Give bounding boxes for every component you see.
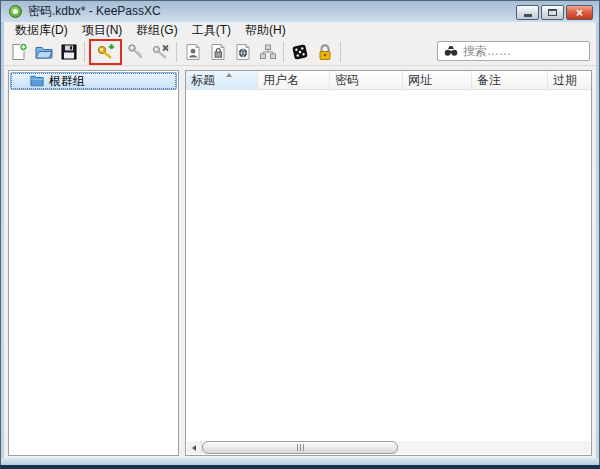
dice-icon [290,42,310,62]
keepassxc-logo-icon [9,5,22,18]
column-header-title[interactable]: 标题 [186,71,258,89]
menu-tools[interactable]: 工具(T) [185,21,238,40]
lock-page-icon [208,42,228,62]
delete-entry-button[interactable] [148,40,173,64]
search-input[interactable] [463,44,575,58]
column-header-label: 标题 [191,73,215,87]
toolbar-separator [340,42,341,62]
scroll-left-button[interactable] [187,441,201,454]
group-label: 根群组 [49,73,85,90]
auto-type-button[interactable] [255,40,280,64]
toolbar-separator [176,42,177,62]
hierarchy-icon [258,42,278,62]
scrollbar-thumb[interactable] [202,441,398,454]
column-header-label: 过期 [553,73,577,87]
column-header-password[interactable]: 密码 [330,71,403,89]
edit-entry-button[interactable] [123,40,148,64]
horizontal-scrollbar[interactable] [187,441,590,454]
menu-groups[interactable]: 群组(G) [129,21,184,40]
toolbar-separator [84,42,85,62]
minimize-button[interactable] [516,5,539,20]
folder-open-icon [34,42,54,62]
thumb-grip [300,444,301,451]
lock-database-button[interactable] [312,40,337,64]
column-header-expires[interactable]: 过期 [548,71,591,89]
window-title: 密码.kdbx* - KeePassXC [28,3,161,20]
copy-url-button[interactable] [230,40,255,64]
padlock-icon [315,42,335,62]
key-icon [126,42,146,62]
window-bottom-border [1,458,599,465]
thumb-grip [297,444,298,451]
window-bottom-edge [0,465,600,469]
thumb-grip [303,444,304,451]
file-plus-icon [9,42,29,62]
search-box[interactable] [437,41,590,61]
copy-username-button[interactable] [180,40,205,64]
menu-entries[interactable]: 项目(N) [75,21,130,40]
scrollbar-track[interactable] [201,441,590,454]
table-header-row: 标题 用户名 密码 网址 备注 过期 [186,71,591,90]
red-highlight-box [89,39,122,65]
close-button[interactable]: × [566,5,593,20]
search-binoculars-icon [443,43,459,59]
sort-ascending-icon [226,73,232,77]
new-database-button[interactable] [6,40,31,64]
save-database-button[interactable] [56,40,81,64]
minimize-icon [524,14,532,17]
titlebar[interactable]: 密码.kdbx* - KeePassXC × [1,1,599,22]
open-database-button[interactable] [31,40,56,64]
password-generator-button[interactable] [287,40,312,64]
add-entry-button[interactable] [93,40,118,64]
menubar: 数据库(D) 项目(N) 群组(G) 工具(T) 帮助(H) [4,22,596,38]
toolbar [4,38,596,66]
app-window: 密码.kdbx* - KeePassXC × 数据库(D) 项目(N) 群组(G… [0,0,600,469]
folder-icon [30,75,44,87]
arrow-left-icon [192,445,196,451]
menu-help[interactable]: 帮助(H) [238,21,293,40]
maximize-button[interactable] [541,5,564,20]
globe-page-icon [233,42,253,62]
caption-buttons: × [516,5,593,20]
close-icon: × [576,7,583,19]
column-header-notes[interactable]: 备注 [472,71,548,89]
maximize-icon [548,9,557,16]
entry-table-panel: 标题 用户名 密码 网址 备注 过期 [185,70,592,456]
key-plus-icon [96,42,116,62]
user-page-icon [183,42,203,62]
group-tree-panel: 根群组 [8,70,179,456]
copy-password-button[interactable] [205,40,230,64]
key-x-icon [151,42,171,62]
column-header-label: 密码 [335,73,359,87]
column-header-label: 网址 [408,73,432,87]
column-header-username[interactable]: 用户名 [258,71,330,89]
client-area: 数据库(D) 项目(N) 群组(G) 工具(T) 帮助(H) [4,22,596,458]
column-header-label: 备注 [477,73,501,87]
menu-database[interactable]: 数据库(D) [8,21,75,40]
column-header-label: 用户名 [263,73,299,87]
sidebar-item-root-group[interactable]: 根群组 [10,72,177,90]
floppy-disk-icon [59,42,79,62]
toolbar-separator [283,42,284,62]
column-header-url[interactable]: 网址 [403,71,472,89]
entry-table-body [186,90,591,441]
